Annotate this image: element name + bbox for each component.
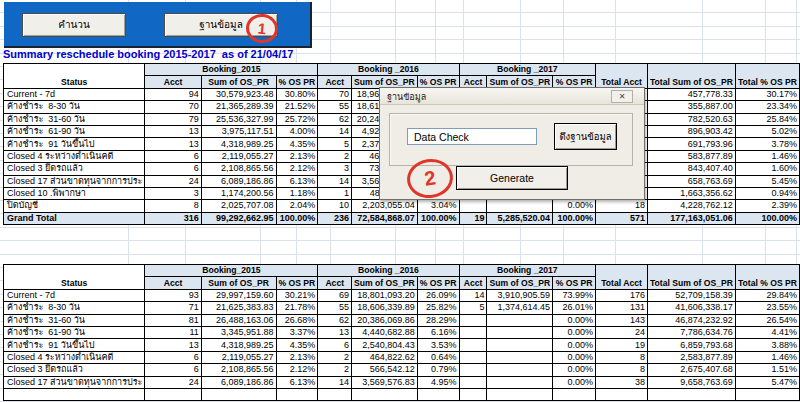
value-cell: 62 (318, 113, 352, 125)
value-cell: 100.00% (417, 212, 459, 224)
close-icon[interactable]: ✕ (611, 90, 633, 103)
summary-table-2-wrap: StatusBooking_2015Booking _2016Booking _… (3, 264, 800, 401)
value-cell: 1,374,614.45 (487, 302, 553, 314)
value-cell: 26,488,163.06 (201, 314, 276, 326)
value-cell: 566,542.12 (352, 364, 418, 376)
value-cell: 52,709,158.39 (647, 289, 735, 301)
value-cell: 6 (145, 163, 201, 175)
value-cell (487, 200, 553, 212)
value-cell: 5.02% (735, 125, 799, 137)
value-cell (201, 388, 276, 400)
value-cell: 8 (145, 200, 201, 212)
value-cell (735, 388, 799, 400)
value-cell (487, 339, 553, 351)
fetch-database-button[interactable]: ดึงฐานข้อมูล (554, 123, 617, 150)
value-cell: 0.00% (553, 364, 596, 376)
header-cell: Booking _2016 (318, 265, 459, 277)
value-cell (352, 388, 418, 400)
value-cell: 72,584,868.07 (352, 212, 418, 224)
value-cell: 3,910,905.59 (487, 289, 553, 301)
value-cell: 62 (318, 314, 352, 326)
value-cell: 100.00% (276, 212, 318, 224)
value-cell: 3.37% (276, 326, 318, 338)
value-cell: 2.04% (276, 200, 318, 212)
header-cell: % OS PR (276, 277, 318, 289)
header-cell: Booking _2016 (318, 64, 459, 76)
value-cell: 2.13% (276, 351, 318, 363)
value-cell: 3.88% (735, 339, 799, 351)
value-cell (487, 314, 553, 326)
value-cell (459, 326, 487, 338)
value-cell: 13 (145, 125, 201, 137)
value-cell: 355,887.00 (647, 101, 735, 113)
value-cell: 25.82% (417, 302, 459, 314)
value-cell: 3.78% (735, 138, 799, 150)
value-cell: 6 (145, 150, 201, 162)
value-cell: 2.39% (735, 200, 799, 212)
value-cell: 18 (596, 200, 648, 212)
value-cell: 38 (596, 376, 648, 388)
value-cell: 2,108,865.56 (201, 163, 276, 175)
table-row: Closed 17 ส่วนขาดทุนจากการประ246,089,186… (4, 376, 800, 388)
status-cell: Closed 4 ระหว่างดำเนินคดี (4, 351, 145, 363)
value-cell: 6 (318, 339, 352, 351)
value-cell: 2.12% (276, 364, 318, 376)
value-cell: 70 (145, 101, 201, 113)
status-cell: Closed 3 ยึดรถแล้ว (4, 163, 145, 175)
value-cell (459, 364, 487, 376)
value-cell: 30.17% (735, 88, 799, 100)
header-cell: % OS PR (276, 76, 318, 88)
value-cell: 0.94% (735, 187, 799, 199)
value-cell: 100.00% (735, 212, 799, 224)
value-cell: 3,345,951.88 (201, 326, 276, 338)
status-cell: ค้างชำระ 91 วันขึ้นไป (4, 339, 145, 351)
value-cell: 1,174,200.56 (201, 187, 276, 199)
value-cell (487, 376, 553, 388)
value-cell: 29.84% (735, 289, 799, 301)
value-cell: 8 (596, 351, 648, 363)
value-cell: 2,025,707.08 (201, 200, 276, 212)
status-cell: ค้างชำระ 91 วันขึ้นไป (4, 138, 145, 150)
value-cell: 5 (459, 302, 487, 314)
value-cell: 25.84% (735, 113, 799, 125)
value-cell (459, 314, 487, 326)
header-cell: % OS PR (417, 277, 459, 289)
dialog-titlebar[interactable]: ฐานข้อมูล ✕ (380, 88, 644, 105)
status-cell: ค้างชำระ 61-90 วัน (4, 125, 145, 137)
data-check-input[interactable] (407, 128, 537, 145)
header-cell: Acct (145, 76, 201, 88)
value-cell: 464,822.62 (352, 351, 418, 363)
status-cell: Grand Total (4, 212, 145, 224)
value-cell: 21,625,383.83 (201, 302, 276, 314)
header-cell: Acct (318, 277, 352, 289)
value-cell: 7,786,634.76 (647, 326, 735, 338)
header-cell: Sum of OS_PR (487, 277, 553, 289)
header-cell: Status (4, 265, 145, 290)
value-cell (647, 388, 735, 400)
value-cell: 4.35% (276, 339, 318, 351)
status-cell: Closed 10 .พิพากษา (4, 187, 145, 199)
value-cell: 6 (145, 351, 201, 363)
value-cell: 18,801,093.20 (352, 289, 418, 301)
value-cell: 3,975,117.51 (201, 125, 276, 137)
table-row: ค้างชำระ 91 วันขึ้นไป134,318,989.254.35%… (4, 339, 800, 351)
calculate-button[interactable]: คำนวน (22, 13, 126, 37)
macro-button-panel: คำนวน ฐานข้อมูล 1 (4, 2, 312, 48)
value-cell (459, 200, 487, 212)
generate-button[interactable]: Generate (456, 166, 568, 190)
value-cell: 6.16% (417, 326, 459, 338)
value-cell: 143 (596, 314, 648, 326)
value-cell: 26.54% (735, 314, 799, 326)
value-cell: 2 (318, 351, 352, 363)
header-cell: Booking_2015 (145, 64, 318, 76)
status-cell: Closed 4 ระหว่างดำเนินคดี (4, 150, 145, 162)
value-cell: 9,658,763.69 (647, 376, 735, 388)
value-cell: 26.09% (417, 289, 459, 301)
status-cell: Closed 17 ส่วนขาดทุนจากการประ (4, 376, 145, 388)
value-cell: 11 (145, 326, 201, 338)
header-cell: Total % OS PR (735, 64, 799, 89)
value-cell: 131 (596, 302, 648, 314)
value-cell: 177,163,051.06 (647, 212, 735, 224)
value-cell: 2 (318, 364, 352, 376)
value-cell: 100.00% (553, 212, 596, 224)
